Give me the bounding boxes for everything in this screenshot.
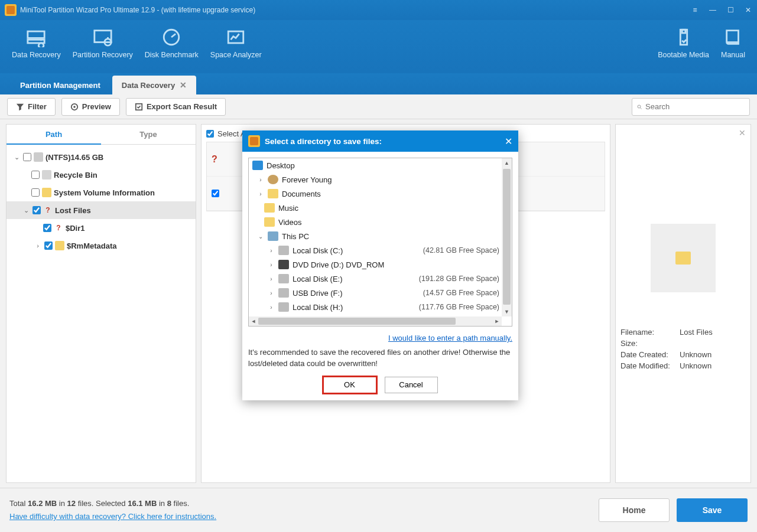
desktop-icon xyxy=(252,161,263,170)
app-icon xyxy=(248,135,260,147)
dialog-close-icon[interactable]: ✕ xyxy=(505,136,512,147)
dialog-titlebar: Select a directory to save files: ✕ xyxy=(242,130,518,152)
folder-icon xyxy=(264,203,275,213)
disk-icon xyxy=(278,302,289,312)
dir-user[interactable]: ›Forever Young xyxy=(249,172,502,187)
horizontal-scrollbar[interactable]: ◄ ► xyxy=(249,316,502,326)
dir-desktop[interactable]: Desktop xyxy=(249,158,502,172)
dialog-title: Select a directory to save files: xyxy=(265,137,382,146)
dir-music[interactable]: Music xyxy=(249,201,502,215)
disk-icon xyxy=(278,288,289,298)
dir-videos[interactable]: Videos xyxy=(249,215,502,229)
pc-icon xyxy=(268,231,278,241)
directory-tree[interactable]: Desktop ›Forever Young ›Documents Music … xyxy=(249,158,502,316)
folder-icon xyxy=(268,189,278,198)
dir-local-disk-c[interactable]: ›Local Disk (C:)(42.81 GB Free Space) xyxy=(249,243,502,257)
save-directory-dialog: Select a directory to save files: ✕ Desk… xyxy=(242,130,518,400)
folder-icon xyxy=(264,217,275,227)
scroll-left-icon[interactable]: ◄ xyxy=(249,316,258,326)
scroll-thumb[interactable] xyxy=(258,318,456,325)
dir-local-disk-e[interactable]: ›Local Disk (E:)(191.28 GB Free Space) xyxy=(249,272,502,286)
disk-icon xyxy=(278,274,289,283)
directory-tree-box: Desktop ›Forever Young ›Documents Music … xyxy=(248,158,512,327)
cancel-button[interactable]: Cancel xyxy=(385,377,438,393)
dir-local-disk-h[interactable]: ›Local Disk (H:)(117.76 GB Free Space) xyxy=(249,300,502,314)
ok-button[interactable]: OK xyxy=(323,377,376,393)
vertical-scrollbar[interactable]: ▲ ▼ xyxy=(502,158,512,316)
dir-documents[interactable]: ›Documents xyxy=(249,187,502,201)
scroll-right-icon[interactable]: ► xyxy=(492,316,502,326)
user-icon xyxy=(268,175,278,184)
scroll-thumb[interactable] xyxy=(503,169,511,305)
scroll-down-icon[interactable]: ▼ xyxy=(502,307,512,316)
dir-usb-drive-f[interactable]: ›USB Drive (F:)(14.57 GB Free Space) xyxy=(249,286,502,300)
manual-path-link[interactable]: I would like to enter a path manually. xyxy=(248,334,512,342)
scroll-up-icon[interactable]: ▲ xyxy=(502,158,512,168)
dir-dvd-drive-d[interactable]: ›DVD Drive (D:) DVD_ROM xyxy=(249,257,502,272)
disk-icon xyxy=(278,246,289,255)
dir-this-pc[interactable]: ⌄This PC xyxy=(249,229,502,243)
dialog-message: It's recommended to save the recovered f… xyxy=(248,347,512,370)
dvd-icon xyxy=(278,260,289,269)
